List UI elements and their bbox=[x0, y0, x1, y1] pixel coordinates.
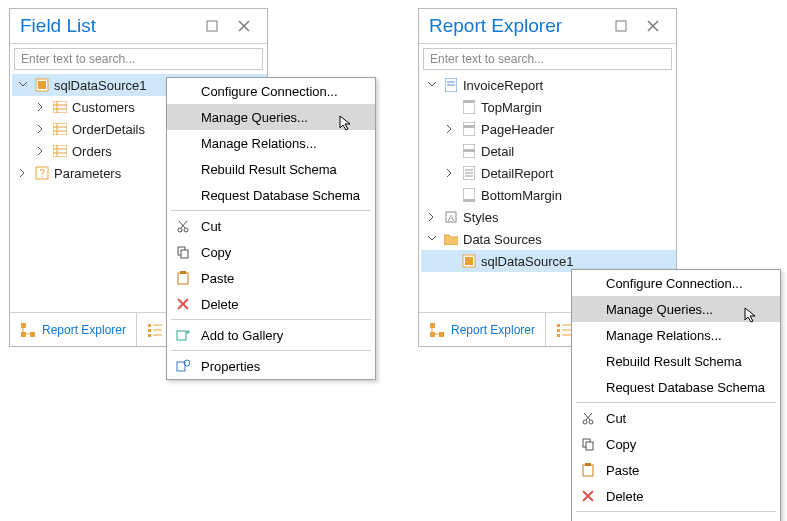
delete-icon bbox=[578, 486, 598, 506]
tree-node-datasources[interactable]: Data Sources bbox=[421, 228, 676, 250]
menu-copy[interactable]: Copy bbox=[572, 431, 780, 457]
svg-rect-67 bbox=[430, 323, 435, 328]
menu-rebuild-schema[interactable]: Rebuild Result Schema bbox=[167, 156, 375, 182]
menu-delete[interactable]: Delete bbox=[572, 483, 780, 509]
chevron-right-icon[interactable] bbox=[425, 210, 439, 224]
separator bbox=[171, 210, 371, 211]
svg-rect-36 bbox=[178, 273, 188, 284]
menu-paste[interactable]: Paste bbox=[167, 265, 375, 291]
chevron-down-icon[interactable] bbox=[425, 232, 439, 246]
svg-rect-40 bbox=[177, 331, 186, 340]
menu-rebuild-schema[interactable]: Rebuild Result Schema bbox=[572, 348, 780, 374]
chevron-right-icon[interactable] bbox=[34, 144, 48, 158]
database-icon bbox=[461, 253, 477, 269]
report-icon bbox=[443, 77, 459, 93]
chevron-down-icon[interactable] bbox=[425, 78, 439, 92]
svg-rect-73 bbox=[557, 329, 560, 332]
svg-rect-74 bbox=[557, 334, 560, 337]
menu-cut[interactable]: Cut bbox=[167, 213, 375, 239]
tree-node-styles[interactable]: AStyles bbox=[421, 206, 676, 228]
paste-icon bbox=[578, 460, 598, 480]
tree-label: TopMargin bbox=[481, 100, 542, 115]
gallery-icon bbox=[578, 517, 598, 521]
tree-node-band[interactable]: TopMargin bbox=[421, 96, 676, 118]
svg-rect-19 bbox=[21, 323, 26, 328]
tree-label: BottomMargin bbox=[481, 188, 562, 203]
svg-rect-72 bbox=[557, 324, 560, 327]
panel-header: Report Explorer bbox=[419, 9, 676, 44]
svg-text:?: ? bbox=[39, 168, 45, 179]
tree-node-band[interactable]: DetailReport bbox=[421, 162, 676, 184]
chevron-right-icon[interactable] bbox=[443, 122, 457, 136]
svg-rect-37 bbox=[180, 271, 186, 274]
search-input[interactable]: Enter text to search... bbox=[14, 48, 263, 70]
separator bbox=[576, 511, 776, 512]
menu-paste[interactable]: Paste bbox=[572, 457, 780, 483]
svg-rect-9 bbox=[53, 123, 67, 135]
table-icon bbox=[52, 121, 68, 137]
chevron-right-icon[interactable] bbox=[34, 100, 48, 114]
styles-icon: A bbox=[443, 209, 459, 225]
tab-report-explorer[interactable]: Report Explorer bbox=[10, 313, 137, 346]
menu-delete[interactable]: Delete bbox=[167, 291, 375, 317]
maximize-icon[interactable] bbox=[199, 15, 225, 37]
svg-rect-21 bbox=[30, 332, 35, 337]
svg-rect-54 bbox=[463, 125, 475, 128]
svg-rect-4 bbox=[38, 81, 46, 89]
tab-report-explorer[interactable]: Report Explorer bbox=[419, 313, 546, 346]
close-icon[interactable] bbox=[231, 15, 257, 37]
tree-label: sqlDataSource1 bbox=[54, 78, 147, 93]
database-icon bbox=[34, 77, 50, 93]
menu-cut[interactable]: Cut bbox=[572, 405, 780, 431]
tree-label: OrderDetails bbox=[72, 122, 145, 137]
maximize-icon[interactable] bbox=[608, 15, 634, 37]
svg-rect-66 bbox=[465, 257, 473, 265]
menu-manage-relations[interactable]: Manage Relations... bbox=[167, 130, 375, 156]
panel-header: Field List bbox=[10, 9, 267, 44]
table-icon bbox=[52, 143, 68, 159]
menu-add-gallery[interactable]: Add to Gallery bbox=[572, 514, 780, 521]
chevron-right-icon[interactable] bbox=[34, 122, 48, 136]
svg-rect-45 bbox=[616, 21, 626, 31]
band-icon bbox=[461, 121, 477, 137]
tree-node-band[interactable]: PageHeader bbox=[421, 118, 676, 140]
tree-node-band[interactable]: Detail bbox=[421, 140, 676, 162]
svg-rect-85 bbox=[585, 463, 591, 466]
menu-manage-relations[interactable]: Manage Relations... bbox=[572, 322, 780, 348]
menu-configure-connection[interactable]: Configure Connection... bbox=[572, 270, 780, 296]
svg-rect-35 bbox=[181, 250, 188, 258]
menu-copy[interactable]: Copy bbox=[167, 239, 375, 265]
svg-point-31 bbox=[184, 228, 188, 232]
tree-label: Orders bbox=[72, 144, 112, 159]
svg-rect-62 bbox=[463, 199, 475, 202]
tree-label: DetailReport bbox=[481, 166, 553, 181]
tree-label: sqlDataSource1 bbox=[481, 254, 574, 269]
svg-point-79 bbox=[589, 420, 593, 424]
search-input[interactable]: Enter text to search... bbox=[423, 48, 672, 70]
svg-rect-56 bbox=[463, 149, 475, 152]
list-icon bbox=[556, 322, 572, 338]
svg-point-30 bbox=[178, 228, 182, 232]
close-icon[interactable] bbox=[640, 15, 666, 37]
copy-icon bbox=[173, 242, 193, 262]
properties-icon bbox=[173, 356, 193, 376]
chevron-right-icon[interactable] bbox=[16, 166, 30, 180]
panel-title: Report Explorer bbox=[429, 15, 562, 37]
paste-icon bbox=[173, 268, 193, 288]
tree-icon bbox=[429, 322, 445, 338]
svg-rect-84 bbox=[583, 465, 593, 476]
menu-request-schema[interactable]: Request Database Schema bbox=[572, 374, 780, 400]
copy-icon bbox=[578, 434, 598, 454]
svg-rect-53 bbox=[463, 122, 475, 136]
band-icon bbox=[461, 165, 477, 181]
menu-properties[interactable]: Properties bbox=[167, 353, 375, 379]
menu-add-gallery[interactable]: Add to Gallery bbox=[167, 322, 375, 348]
chevron-down-icon[interactable] bbox=[16, 78, 30, 92]
menu-request-schema[interactable]: Request Database Schema bbox=[167, 182, 375, 208]
tree-node-report[interactable]: InvoiceReport bbox=[421, 74, 676, 96]
chevron-right-icon[interactable] bbox=[443, 166, 457, 180]
menu-configure-connection[interactable]: Configure Connection... bbox=[167, 78, 375, 104]
separator bbox=[171, 319, 371, 320]
tree-node-band[interactable]: BottomMargin bbox=[421, 184, 676, 206]
separator bbox=[576, 402, 776, 403]
